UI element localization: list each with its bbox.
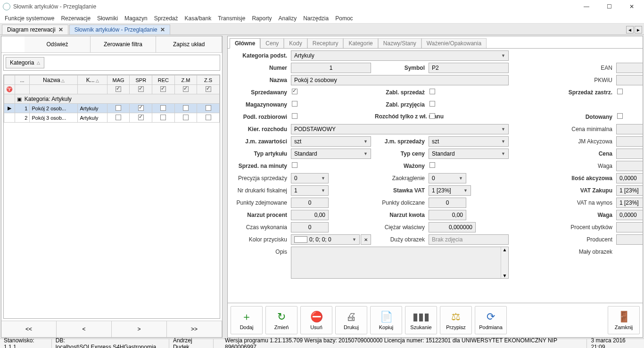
- tab-receptury[interactable]: Receptury: [307, 38, 344, 48]
- article-grid[interactable]: ... Nazwa△ K...△ MAG SPR REC Z.M Z.S ♈: [3, 75, 220, 319]
- rozchod-checkbox[interactable]: [429, 113, 435, 119]
- cell-mag[interactable]: [116, 115, 121, 120]
- tab-scroll-right[interactable]: ►: [635, 26, 642, 33]
- first-page-button[interactable]: <<: [1, 321, 57, 337]
- close-button[interactable]: 🚪Zamknij: [608, 306, 640, 334]
- jms-select[interactable]: szt▼: [429, 136, 509, 147]
- col-spr[interactable]: SPR: [130, 75, 152, 85]
- sprzedawany-checkbox[interactable]: [292, 89, 297, 94]
- kategoria-select[interactable]: Artykuly▼: [291, 50, 509, 61]
- waga1-select[interactable]: ▼: [616, 161, 643, 171]
- cell-mag[interactable]: [116, 105, 121, 111]
- prec-select[interactable]: 0▼: [291, 173, 329, 183]
- filter-spr[interactable]: [130, 85, 152, 94]
- col-mag[interactable]: MAG: [107, 75, 130, 85]
- tab-kody[interactable]: Kody: [284, 38, 307, 48]
- cell-spr[interactable]: [138, 115, 144, 120]
- sprzedaz-zastrz-checkbox[interactable]: [617, 89, 623, 94]
- table-row[interactable]: 2 Pokój 3 osob... Artykuly: [4, 113, 220, 123]
- reset-filter-button[interactable]: Zerowanie filtra: [91, 36, 157, 52]
- filter-mag[interactable]: [107, 85, 130, 94]
- prev-page-button[interactable]: <: [57, 321, 112, 337]
- menu-raporty[interactable]: Raporty: [252, 15, 272, 22]
- menu-magazyn[interactable]: Magazyn: [124, 15, 148, 22]
- save-layout-button[interactable]: Zapisz układ: [156, 36, 222, 52]
- pane-resize-bar[interactable]: [223, 36, 226, 338]
- tab-slownik-artykulow[interactable]: Słownik artykułów - Przeglądanie ✕: [69, 25, 170, 34]
- col-zm[interactable]: Z.M: [174, 75, 197, 85]
- filter-zs[interactable]: [197, 85, 220, 94]
- menu-pomoc[interactable]: Pomoc: [335, 15, 353, 22]
- jmz-select[interactable]: szt▼: [291, 136, 371, 147]
- add-button[interactable]: ＋Dodaj: [231, 306, 263, 334]
- tab-scroll-left[interactable]: ◄: [626, 26, 634, 33]
- filter-row-icon[interactable]: ♈: [4, 85, 15, 94]
- copy-button[interactable]: 📄Kopiuj: [370, 306, 402, 334]
- menu-slowniki[interactable]: Słowniki: [97, 15, 118, 22]
- menu-sprzedaz[interactable]: Sprzedaż: [154, 15, 178, 22]
- filter-nazwa[interactable]: [30, 85, 78, 94]
- jmakc-select[interactable]: ▼: [616, 136, 643, 147]
- edit-button[interactable]: ↻Zmień: [265, 306, 297, 334]
- tab-close-icon[interactable]: ✕: [160, 26, 165, 33]
- scrollbar[interactable]: ▲▼: [501, 247, 508, 278]
- menu-rezerwacje[interactable]: Rezerwacje: [61, 15, 91, 22]
- filter-zm[interactable]: [174, 85, 197, 94]
- search-button[interactable]: ▮▮▮Szukanie: [405, 306, 437, 334]
- col-kat[interactable]: K...△: [78, 75, 107, 85]
- typceny-select[interactable]: Standard▼: [429, 149, 509, 159]
- group-row[interactable]: ▣ Kategoria: Artykuly: [4, 94, 220, 104]
- col-rec[interactable]: REC: [152, 75, 175, 85]
- menu-transmisje[interactable]: Transmisje: [218, 15, 245, 22]
- sprzmin-checkbox[interactable]: [292, 162, 297, 168]
- cell-rec[interactable]: [160, 105, 166, 111]
- col-zs[interactable]: Z.S: [197, 75, 220, 85]
- swap-button[interactable]: ⟳Podmiana: [475, 306, 507, 334]
- tab-diagram-rezerwacji[interactable]: Diagram rezerwacji ✕: [2, 25, 68, 34]
- vatzak-select[interactable]: 1 [23%]▼: [616, 185, 643, 196]
- zabl-sprzedaz-checkbox[interactable]: [429, 89, 435, 94]
- nrdruk-select[interactable]: 1▼: [291, 185, 329, 196]
- filter-num[interactable]: [15, 85, 30, 94]
- typart-select[interactable]: Standard▼: [291, 149, 371, 159]
- cell-spr[interactable]: [138, 105, 144, 111]
- podl-rozb-checkbox[interactable]: [292, 113, 297, 119]
- menu-kasa[interactable]: Kasa/bank: [185, 15, 212, 22]
- col-nazwa[interactable]: Nazwa△: [30, 75, 78, 85]
- kolor-clear-button[interactable]: ✕: [361, 234, 371, 245]
- tab-glowne[interactable]: Główne: [230, 38, 260, 49]
- stvat-select[interactable]: 1 [23%]▼: [429, 185, 471, 196]
- col-indicator[interactable]: [4, 75, 15, 85]
- tab-wazenie[interactable]: Ważenie/Opakowania: [421, 38, 487, 48]
- tab-close-icon[interactable]: ✕: [58, 26, 63, 33]
- col-num[interactable]: ...: [15, 75, 30, 85]
- tab-ceny[interactable]: Ceny: [260, 38, 284, 48]
- vatwyn-select[interactable]: 1 [23%]▼: [616, 198, 643, 208]
- cell-zm[interactable]: [183, 115, 189, 120]
- cell-zs[interactable]: [206, 115, 211, 120]
- last-page-button[interactable]: >>: [167, 321, 222, 337]
- zaokr-select[interactable]: 0▼: [429, 173, 466, 183]
- wazony-checkbox[interactable]: [429, 162, 435, 168]
- tab-kategorie[interactable]: Kategorie: [343, 38, 378, 48]
- maximize-button[interactable]: ☐: [600, 1, 619, 12]
- opis-textarea[interactable]: ▲▼: [291, 247, 509, 279]
- filter-rec[interactable]: [152, 85, 175, 94]
- tab-nazwy-stany[interactable]: Nazwy/Stany: [378, 38, 421, 48]
- filter-kat[interactable]: [78, 85, 107, 94]
- kier-select[interactable]: PODSTAWOWY▼: [291, 124, 509, 134]
- dotowany-checkbox[interactable]: [617, 113, 623, 119]
- next-page-button[interactable]: >: [112, 321, 167, 337]
- cell-rec[interactable]: [160, 115, 166, 120]
- magazynowany-checkbox[interactable]: [292, 101, 297, 107]
- minimize-button[interactable]: —: [577, 1, 596, 12]
- assign-button[interactable]: ⚖Przypisz: [440, 306, 472, 334]
- cell-zm[interactable]: [183, 105, 189, 111]
- cell-zs[interactable]: [206, 105, 211, 111]
- table-row[interactable]: ▶ 1 Pokój 2 osob... Artykuly: [4, 104, 220, 113]
- menu-funkcje[interactable]: Funkcje systemowe: [5, 15, 54, 22]
- group-by-pill[interactable]: Kategoria △: [6, 57, 44, 68]
- close-window-button[interactable]: ✕: [622, 1, 641, 12]
- refresh-button[interactable]: Odśwież: [25, 36, 91, 52]
- menu-analizy[interactable]: Analizy: [278, 15, 297, 22]
